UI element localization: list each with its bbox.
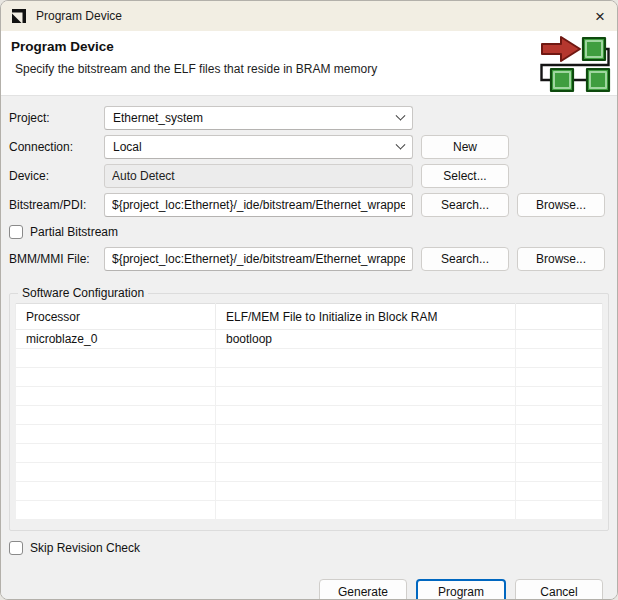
program-button[interactable]: Program [416, 579, 506, 600]
amd-logo-icon [11, 8, 27, 24]
extra-cell[interactable] [516, 387, 603, 406]
table-row [16, 387, 603, 406]
page-title: Program Device [11, 39, 605, 54]
extra-cell[interactable] [516, 463, 603, 482]
footer-button-bar: Generate Program Cancel [9, 579, 603, 600]
project-value: Ethernet_system [113, 111, 203, 125]
project-label: Project: [9, 111, 104, 125]
connection-row: Connection: Local New [9, 135, 609, 159]
extra-cell[interactable] [516, 330, 603, 349]
bram-flow-icon [539, 34, 611, 94]
dialog-body: Project: Ethernet_system Connection: Loc… [1, 96, 617, 600]
processor-cell[interactable] [16, 482, 216, 501]
bitstream-browse-button[interactable]: Browse... [517, 193, 605, 217]
chevron-down-icon [396, 110, 406, 120]
bmm-browse-button[interactable]: Browse... [517, 247, 605, 271]
device-field[interactable] [104, 164, 413, 188]
device-row: Device: Select... [9, 164, 609, 188]
extra-cell[interactable] [516, 368, 603, 387]
elf-cell[interactable] [216, 387, 516, 406]
chevron-down-icon [396, 139, 406, 149]
skip-revision-checkbox[interactable] [9, 541, 23, 555]
program-device-dialog: Program Device × Program Device Specify … [0, 0, 618, 600]
connection-combobox[interactable]: Local [104, 135, 413, 159]
extra-cell[interactable] [516, 482, 603, 501]
extra-cell[interactable] [516, 406, 603, 425]
connection-label: Connection: [9, 140, 104, 154]
table-row [16, 482, 603, 501]
software-configuration-legend: Software Configuration [18, 286, 148, 300]
bitstream-input[interactable] [104, 193, 413, 217]
processor-cell[interactable]: microblaze_0 [16, 330, 216, 349]
table-row [16, 406, 603, 425]
extra-cell[interactable] [516, 501, 603, 520]
table-row [16, 463, 603, 482]
elf-cell[interactable] [216, 444, 516, 463]
table-row [16, 444, 603, 463]
extra-cell[interactable] [516, 349, 603, 368]
processor-cell[interactable] [16, 406, 216, 425]
skip-revision-row: Skip Revision Check [9, 539, 609, 557]
elf-cell[interactable] [216, 482, 516, 501]
table-row [16, 349, 603, 368]
bitstream-label: Bitstream/PDI: [9, 198, 104, 212]
elf-column-header: ELF/MEM File to Initialize in Block RAM [216, 304, 516, 330]
elf-cell[interactable] [216, 368, 516, 387]
elf-cell[interactable] [216, 463, 516, 482]
project-row: Project: Ethernet_system [9, 106, 609, 130]
partial-bitstream-row: Partial Bitstream [9, 223, 609, 241]
skip-revision-label: Skip Revision Check [30, 541, 140, 555]
bitstream-search-button[interactable]: Search... [421, 193, 509, 217]
processor-cell[interactable] [16, 349, 216, 368]
bmm-row: BMM/MMI File: Search... Browse... [9, 247, 609, 271]
table-row [16, 425, 603, 444]
device-label: Device: [9, 169, 104, 183]
table-row: microblaze_0 bootloop [16, 330, 603, 349]
processor-cell[interactable] [16, 425, 216, 444]
generate-button[interactable]: Generate [319, 579, 407, 600]
close-button[interactable]: × [583, 1, 617, 31]
new-connection-button[interactable]: New [421, 135, 509, 159]
processor-cell[interactable] [16, 501, 216, 520]
dialog-header: Program Device Specify the bitstream and… [1, 31, 617, 96]
elf-cell[interactable] [216, 425, 516, 444]
processor-cell[interactable] [16, 463, 216, 482]
partial-bitstream-label: Partial Bitstream [30, 225, 118, 239]
page-subtitle: Specify the bitstream and the ELF files … [11, 62, 605, 76]
software-configuration-table: Processor ELF/MEM File to Initialize in … [15, 303, 603, 520]
extra-column-header [516, 304, 603, 330]
window-title: Program Device [36, 9, 122, 23]
elf-cell[interactable] [216, 501, 516, 520]
processor-cell[interactable] [16, 387, 216, 406]
processor-cell[interactable] [16, 368, 216, 387]
connection-value: Local [113, 140, 142, 154]
title-bar: Program Device × [1, 1, 617, 31]
bmm-input[interactable] [104, 247, 413, 271]
elf-cell[interactable]: bootloop [216, 330, 516, 349]
select-device-button[interactable]: Select... [421, 164, 509, 188]
extra-cell[interactable] [516, 444, 603, 463]
software-configuration-group: Software Configuration Processor ELF/MEM… [9, 286, 609, 531]
bitstream-row: Bitstream/PDI: Search... Browse... [9, 193, 609, 217]
cancel-button[interactable]: Cancel [515, 579, 603, 600]
project-combobox[interactable]: Ethernet_system [104, 106, 413, 130]
processor-cell[interactable] [16, 444, 216, 463]
table-header-row: Processor ELF/MEM File to Initialize in … [16, 304, 603, 330]
elf-cell[interactable] [216, 349, 516, 368]
bmm-search-button[interactable]: Search... [421, 247, 509, 271]
processor-column-header: Processor [16, 304, 216, 330]
extra-cell[interactable] [516, 425, 603, 444]
bmm-label: BMM/MMI File: [9, 252, 104, 266]
table-row [16, 501, 603, 520]
partial-bitstream-checkbox[interactable] [9, 225, 23, 239]
elf-cell[interactable] [216, 406, 516, 425]
table-row [16, 368, 603, 387]
